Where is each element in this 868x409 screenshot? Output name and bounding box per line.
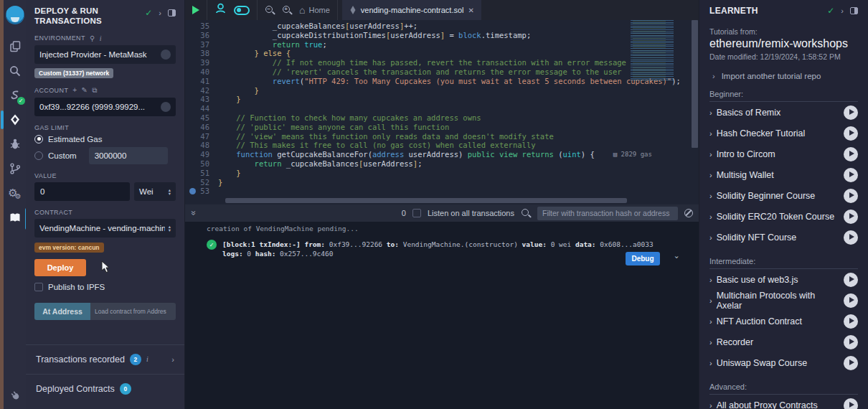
line-number[interactable]: 38 xyxy=(185,49,218,58)
code-line[interactable]: 43 } xyxy=(185,95,699,104)
code-line[interactable]: 41 revert("HTTP 429: Too Many Cupcakes (… xyxy=(185,77,699,86)
import-repo-row[interactable]: ›Import another tutorial repo xyxy=(709,72,858,80)
line-number[interactable]: 39 xyxy=(185,58,218,67)
line-number[interactable]: 47 xyxy=(185,132,218,141)
tutorial-item[interactable]: ›Solidity NFT Course xyxy=(709,227,858,248)
code-line[interactable]: 35 _cupcakeBalances[userAddress]++; xyxy=(185,22,699,31)
debug-button[interactable]: Debug xyxy=(626,252,660,265)
code-line[interactable]: 50 return _cupcakeBalances[userAddress]; xyxy=(185,159,699,169)
start-tutorial-icon[interactable] xyxy=(844,105,858,120)
tutorial-item[interactable]: ›Basics of Remix xyxy=(709,102,858,123)
tutorial-expand-icon[interactable]: › xyxy=(709,276,712,284)
start-tutorial-icon[interactable] xyxy=(844,398,858,409)
terminal-search-icon[interactable] xyxy=(521,208,531,218)
start-tutorial-icon[interactable] xyxy=(844,335,858,349)
minimap[interactable] xyxy=(631,20,691,82)
tutorial-item[interactable]: ›Solidity ERC20 Token Course xyxy=(709,206,858,227)
code-line[interactable]: 39 // If not enough time has passed, rev… xyxy=(185,58,699,67)
code-line[interactable]: 36 _cupcakeDistributionTimes[userAddress… xyxy=(185,31,699,40)
tutorial-expand-icon[interactable]: › xyxy=(709,338,712,347)
tutorial-expand-icon[interactable]: › xyxy=(709,212,712,221)
tutorial-expand-icon[interactable]: › xyxy=(709,233,712,242)
line-number[interactable]: 43 xyxy=(185,95,218,104)
line-number[interactable]: 44 xyxy=(185,104,218,113)
code-line[interactable]: 47 // 'view' means this function only re… xyxy=(185,132,699,141)
tutorial-expand-icon[interactable]: › xyxy=(709,129,712,138)
line-number[interactable]: 46 xyxy=(185,123,218,132)
estimated-gas-option[interactable]: Estimated Gas xyxy=(34,135,176,144)
start-tutorial-icon[interactable] xyxy=(844,230,858,245)
start-tutorial-icon[interactable] xyxy=(844,189,858,203)
tutorial-item[interactable]: ›All about Proxy Contracts xyxy=(709,395,858,409)
code-line[interactable]: 38 } else { xyxy=(185,49,699,58)
tab-vending-machine-contract[interactable]: vending-machine-contract.sol ✕ xyxy=(342,0,481,20)
code-line[interactable]: 53 xyxy=(185,187,699,196)
start-tutorial-icon[interactable] xyxy=(844,147,858,161)
line-number[interactable]: 36 xyxy=(185,31,218,40)
tutorial-item[interactable]: ›Solidity Beginner Course xyxy=(709,185,858,206)
deploy-button[interactable]: Deploy xyxy=(34,259,86,276)
debugger-icon[interactable] xyxy=(4,132,26,156)
transactions-recorded-row[interactable]: Transactions recorded 2 i › xyxy=(26,344,184,374)
code-line[interactable]: 40 // 'revert' cancels the transaction a… xyxy=(185,67,699,77)
deployed-contracts-row[interactable]: Deployed Contracts 0 xyxy=(26,374,184,403)
terminal-filter-input[interactable] xyxy=(537,207,678,220)
start-tutorial-icon[interactable] xyxy=(844,293,858,308)
tutorial-item[interactable]: ›Hash Checker Tutorial xyxy=(709,123,858,144)
start-tutorial-icon[interactable] xyxy=(844,168,858,182)
settings-icon[interactable]: ⚙⚙ xyxy=(4,181,26,205)
code-line[interactable]: 42 } xyxy=(185,86,699,95)
at-address-button[interactable]: At Address xyxy=(34,303,90,320)
search-icon[interactable] xyxy=(4,59,26,83)
publish-ipfs-option[interactable]: Publish to IPFS xyxy=(34,283,176,291)
tutorial-expand-icon[interactable]: › xyxy=(709,192,712,200)
line-number[interactable]: 45 xyxy=(185,113,218,123)
custom-gas-option[interactable]: Custom3000000 xyxy=(34,147,176,164)
environment-select[interactable]: Injected Provider - MetaMask xyxy=(34,45,176,64)
code-line[interactable]: 48 // This makes it free to call (no gas… xyxy=(185,141,699,150)
clear-terminal-icon[interactable] xyxy=(684,209,693,217)
tutorial-expand-icon[interactable]: › xyxy=(709,296,712,305)
code-line[interactable]: 45 // Function to check how many cupcake… xyxy=(185,113,699,123)
line-number[interactable]: 42 xyxy=(185,86,218,95)
panel-pin-icon[interactable] xyxy=(168,9,176,17)
tx-expand-icon[interactable]: › xyxy=(672,255,680,259)
tutorial-expand-icon[interactable]: › xyxy=(709,359,712,367)
tutorial-expand-icon[interactable]: › xyxy=(709,401,712,409)
line-number[interactable]: 37 xyxy=(185,40,218,50)
code-editor[interactable]: 35 _cupcakeBalances[userAddress]++;36 _c… xyxy=(185,20,699,204)
start-tutorial-icon[interactable] xyxy=(844,273,858,287)
value-input[interactable]: 0 xyxy=(34,182,130,201)
transactions-expand-icon[interactable]: › xyxy=(171,355,174,364)
tutorial-item[interactable]: ›Intro to Circom xyxy=(709,144,858,164)
line-number[interactable]: 41 xyxy=(185,77,218,86)
tutorial-item[interactable]: ›Multisig Wallet xyxy=(709,164,858,185)
terminal-logs[interactable]: creation of VendingMachine pending... ✓ … xyxy=(185,222,699,409)
contract-select[interactable]: VendingMachine - vending-machin▴▾ xyxy=(34,219,176,238)
plugin-manager-plug-icon[interactable] xyxy=(4,383,26,408)
transactions-info-icon[interactable]: i xyxy=(146,355,148,363)
tutorial-item[interactable]: ›Multichain Protocols with Axelar xyxy=(709,290,858,311)
line-number[interactable]: 48 xyxy=(185,141,218,150)
tutorial-expand-icon[interactable]: › xyxy=(709,150,712,159)
code-line[interactable]: 49 function getCupcakeBalanceFor(address… xyxy=(185,150,699,159)
tutorial-item[interactable]: ›Basic use of web3.js xyxy=(709,269,858,290)
tutorial-expand-icon[interactable]: › xyxy=(709,171,712,179)
zoom-out-icon[interactable]: − xyxy=(265,5,275,15)
line-number[interactable]: 40 xyxy=(185,67,218,77)
remixai-assistant-icon[interactable] xyxy=(214,3,227,17)
line-number[interactable]: 51 xyxy=(185,169,218,178)
terminal-expand-icon[interactable]: « xyxy=(188,211,198,216)
deploy-run-icon[interactable] xyxy=(4,108,26,132)
home-tab[interactable]: ⌂Home xyxy=(299,4,330,16)
solidity-compiler-icon[interactable]: ✓ xyxy=(4,83,26,108)
start-tutorial-icon[interactable] xyxy=(844,210,858,224)
code-line[interactable]: 51 } xyxy=(185,169,699,178)
tutorial-expand-icon[interactable]: › xyxy=(709,108,712,117)
environment-info-icon[interactable]: i xyxy=(100,34,102,42)
learneth-plugin-icon[interactable] xyxy=(4,205,26,230)
line-number[interactable]: 53 xyxy=(185,187,218,196)
learneth-pin-icon[interactable] xyxy=(850,7,858,14)
custom-gas-radio[interactable] xyxy=(34,151,43,160)
at-address-input[interactable]: Load contract from Addres xyxy=(90,303,176,320)
